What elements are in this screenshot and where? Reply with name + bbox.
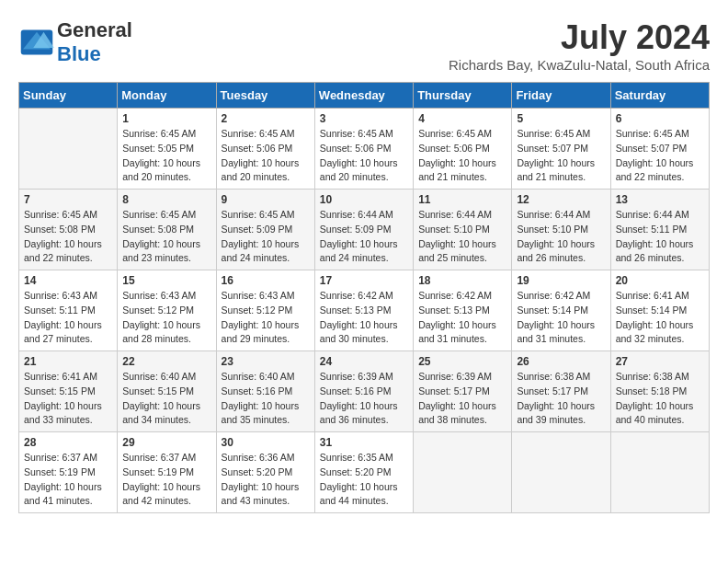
logo: General Blue — [18, 18, 132, 66]
week-row-1: 1Sunrise: 6:45 AMSunset: 5:05 PMDaylight… — [19, 109, 710, 190]
day-detail: Sunrise: 6:45 AMSunset: 5:09 PMDaylight:… — [222, 208, 310, 266]
day-detail: Sunrise: 6:42 AMSunset: 5:14 PMDaylight:… — [517, 289, 605, 347]
day-detail: Sunrise: 6:43 AMSunset: 5:12 PMDaylight:… — [222, 289, 310, 347]
week-row-3: 14Sunrise: 6:43 AMSunset: 5:11 PMDayligh… — [19, 270, 710, 351]
day-cell: 20Sunrise: 6:41 AMSunset: 5:14 PMDayligh… — [610, 270, 709, 351]
day-cell: 11Sunrise: 6:44 AMSunset: 5:10 PMDayligh… — [414, 190, 512, 270]
day-detail: Sunrise: 6:41 AMSunset: 5:15 PMDaylight:… — [24, 370, 112, 428]
day-detail: Sunrise: 6:44 AMSunset: 5:11 PMDaylight:… — [616, 208, 704, 266]
day-number: 17 — [320, 274, 408, 287]
day-number: 28 — [24, 436, 112, 449]
header-sunday: Sunday — [19, 83, 118, 109]
day-number: 12 — [517, 193, 605, 206]
day-detail: Sunrise: 6:42 AMSunset: 5:13 PMDaylight:… — [418, 289, 506, 347]
day-detail: Sunrise: 6:37 AMSunset: 5:19 PMDaylight:… — [24, 451, 112, 509]
day-cell: 15Sunrise: 6:43 AMSunset: 5:12 PMDayligh… — [118, 270, 216, 351]
logo-blue: Blue — [57, 42, 101, 65]
day-number: 29 — [122, 436, 210, 449]
day-detail: Sunrise: 6:35 AMSunset: 5:20 PMDaylight:… — [320, 451, 408, 509]
day-detail: Sunrise: 6:41 AMSunset: 5:14 PMDaylight:… — [616, 289, 704, 347]
day-number: 27 — [616, 355, 704, 368]
day-detail: Sunrise: 6:45 AMSunset: 5:06 PMDaylight:… — [222, 127, 310, 185]
day-cell: 25Sunrise: 6:39 AMSunset: 5:17 PMDayligh… — [414, 351, 512, 432]
header-wednesday: Wednesday — [314, 83, 413, 109]
day-number: 18 — [418, 274, 506, 287]
day-detail: Sunrise: 6:45 AMSunset: 5:06 PMDaylight:… — [418, 127, 506, 185]
day-cell: 18Sunrise: 6:42 AMSunset: 5:13 PMDayligh… — [414, 270, 512, 351]
day-cell: 1Sunrise: 6:45 AMSunset: 5:05 PMDaylight… — [118, 109, 216, 190]
day-cell — [610, 432, 709, 513]
day-cell: 14Sunrise: 6:43 AMSunset: 5:11 PMDayligh… — [19, 270, 118, 351]
day-detail: Sunrise: 6:45 AMSunset: 5:08 PMDaylight:… — [24, 208, 112, 266]
location: Richards Bay, KwaZulu-Natal, South Afric… — [449, 57, 710, 73]
day-cell: 5Sunrise: 6:45 AMSunset: 5:07 PMDaylight… — [512, 109, 610, 190]
title-block: July 2024 Richards Bay, KwaZulu-Natal, S… — [449, 18, 710, 73]
week-row-2: 7Sunrise: 6:45 AMSunset: 5:08 PMDaylight… — [19, 190, 710, 270]
day-cell: 12Sunrise: 6:44 AMSunset: 5:10 PMDayligh… — [512, 190, 610, 270]
header-friday: Friday — [512, 83, 610, 109]
header-thursday: Thursday — [414, 83, 512, 109]
day-number: 4 — [418, 112, 506, 125]
day-number: 8 — [122, 193, 210, 206]
day-number: 22 — [122, 355, 210, 368]
day-detail: Sunrise: 6:44 AMSunset: 5:09 PMDaylight:… — [320, 208, 408, 266]
day-detail: Sunrise: 6:39 AMSunset: 5:17 PMDaylight:… — [418, 370, 506, 428]
day-detail: Sunrise: 6:36 AMSunset: 5:20 PMDaylight:… — [222, 451, 310, 509]
day-cell: 9Sunrise: 6:45 AMSunset: 5:09 PMDaylight… — [216, 190, 314, 270]
day-detail: Sunrise: 6:38 AMSunset: 5:17 PMDaylight:… — [517, 370, 605, 428]
day-detail: Sunrise: 6:45 AMSunset: 5:07 PMDaylight:… — [517, 127, 605, 185]
week-row-4: 21Sunrise: 6:41 AMSunset: 5:15 PMDayligh… — [19, 351, 710, 432]
day-cell: 3Sunrise: 6:45 AMSunset: 5:06 PMDaylight… — [314, 109, 413, 190]
day-number: 9 — [222, 193, 310, 206]
day-cell: 31Sunrise: 6:35 AMSunset: 5:20 PMDayligh… — [314, 432, 413, 513]
day-detail: Sunrise: 6:44 AMSunset: 5:10 PMDaylight:… — [418, 208, 506, 266]
day-cell: 21Sunrise: 6:41 AMSunset: 5:15 PMDayligh… — [19, 351, 118, 432]
day-detail: Sunrise: 6:45 AMSunset: 5:06 PMDaylight:… — [320, 127, 408, 185]
day-number: 10 — [320, 193, 408, 206]
header-saturday: Saturday — [610, 83, 709, 109]
day-detail: Sunrise: 6:44 AMSunset: 5:10 PMDaylight:… — [517, 208, 605, 266]
day-detail: Sunrise: 6:40 AMSunset: 5:15 PMDaylight:… — [122, 370, 210, 428]
day-cell: 13Sunrise: 6:44 AMSunset: 5:11 PMDayligh… — [610, 190, 709, 270]
month-year: July 2024 — [449, 18, 710, 57]
day-number: 14 — [24, 274, 112, 287]
day-cell: 17Sunrise: 6:42 AMSunset: 5:13 PMDayligh… — [314, 270, 413, 351]
day-number: 2 — [222, 112, 310, 125]
day-cell: 4Sunrise: 6:45 AMSunset: 5:06 PMDaylight… — [414, 109, 512, 190]
day-cell: 28Sunrise: 6:37 AMSunset: 5:19 PMDayligh… — [19, 432, 118, 513]
day-cell — [512, 432, 610, 513]
day-detail: Sunrise: 6:43 AMSunset: 5:12 PMDaylight:… — [122, 289, 210, 347]
day-number: 3 — [320, 112, 408, 125]
day-detail: Sunrise: 6:37 AMSunset: 5:19 PMDaylight:… — [122, 451, 210, 509]
day-detail: Sunrise: 6:45 AMSunset: 5:08 PMDaylight:… — [122, 208, 210, 266]
day-detail: Sunrise: 6:42 AMSunset: 5:13 PMDaylight:… — [320, 289, 408, 347]
day-detail: Sunrise: 6:43 AMSunset: 5:11 PMDaylight:… — [24, 289, 112, 347]
day-number: 16 — [222, 274, 310, 287]
day-number: 11 — [418, 193, 506, 206]
day-number: 13 — [616, 193, 704, 206]
day-cell: 2Sunrise: 6:45 AMSunset: 5:06 PMDaylight… — [216, 109, 314, 190]
day-cell: 22Sunrise: 6:40 AMSunset: 5:15 PMDayligh… — [118, 351, 216, 432]
calendar-table: SundayMondayTuesdayWednesdayThursdayFrid… — [18, 82, 710, 513]
logo-icon — [18, 29, 55, 56]
day-cell — [19, 109, 118, 190]
day-cell: 8Sunrise: 6:45 AMSunset: 5:08 PMDaylight… — [118, 190, 216, 270]
day-cell: 19Sunrise: 6:42 AMSunset: 5:14 PMDayligh… — [512, 270, 610, 351]
day-detail: Sunrise: 6:45 AMSunset: 5:07 PMDaylight:… — [616, 127, 704, 185]
header-tuesday: Tuesday — [216, 83, 314, 109]
day-number: 7 — [24, 193, 112, 206]
day-number: 23 — [222, 355, 310, 368]
day-number: 30 — [222, 436, 310, 449]
day-number: 26 — [517, 355, 605, 368]
header-row: SundayMondayTuesdayWednesdayThursdayFrid… — [19, 83, 710, 109]
day-number: 5 — [517, 112, 605, 125]
day-number: 6 — [616, 112, 704, 125]
day-number: 21 — [24, 355, 112, 368]
day-number: 31 — [320, 436, 408, 449]
day-cell: 26Sunrise: 6:38 AMSunset: 5:17 PMDayligh… — [512, 351, 610, 432]
header-monday: Monday — [118, 83, 216, 109]
day-number: 19 — [517, 274, 605, 287]
day-cell: 7Sunrise: 6:45 AMSunset: 5:08 PMDaylight… — [19, 190, 118, 270]
logo-general: General — [57, 18, 132, 41]
day-cell — [414, 432, 512, 513]
